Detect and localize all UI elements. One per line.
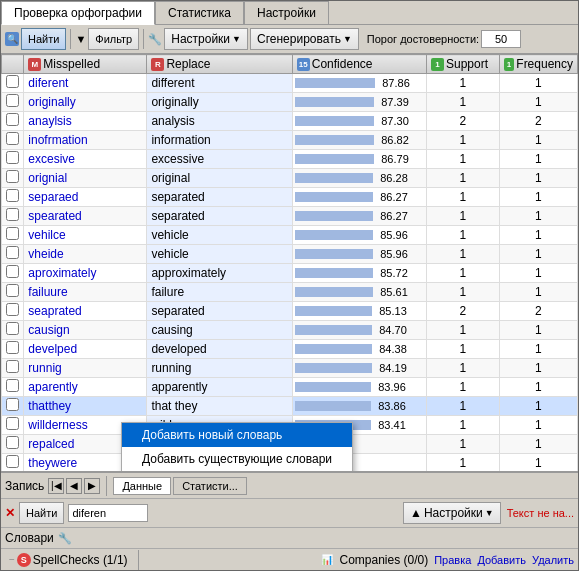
table-row[interactable]: anaylsis analysis 87.30 2 2: [2, 112, 578, 131]
row-checkbox-cell[interactable]: [2, 302, 24, 321]
row-checkbox-cell[interactable]: [2, 397, 24, 416]
row-checkbox[interactable]: [6, 265, 19, 278]
row-checkbox[interactable]: [6, 436, 19, 449]
row-checkbox[interactable]: [6, 75, 19, 88]
row-checkbox-cell[interactable]: [2, 340, 24, 359]
row-checkbox[interactable]: [6, 284, 19, 297]
row-checkbox[interactable]: [6, 227, 19, 240]
table-row[interactable]: spearated separated 86.27 1 1: [2, 207, 578, 226]
row-checkbox-cell[interactable]: [2, 454, 24, 473]
support-cell: 2: [426, 112, 499, 131]
frequency-cell: 2: [499, 302, 577, 321]
delete-link[interactable]: Удалить: [532, 554, 574, 566]
generate-button[interactable]: Сгенерировать ▼: [250, 28, 359, 50]
table-container[interactable]: M Misspelled R Replace 15 Confiden: [1, 54, 578, 472]
record-next-button[interactable]: ▶: [84, 478, 100, 494]
table-row[interactable]: inofrmation information 86.82 1 1: [2, 131, 578, 150]
row-checkbox[interactable]: [6, 322, 19, 335]
frequency-cell: 1: [499, 131, 577, 150]
row-checkbox-cell[interactable]: [2, 378, 24, 397]
row-checkbox-cell[interactable]: [2, 188, 24, 207]
row-checkbox[interactable]: [6, 113, 19, 126]
filter-button[interactable]: Фильтр: [88, 28, 139, 50]
row-checkbox-cell[interactable]: [2, 245, 24, 264]
confidence-cell: 86.27: [292, 207, 426, 226]
table-row[interactable]: originally originally 87.39 1 1: [2, 93, 578, 112]
settings-button[interactable]: Настройки ▼: [164, 28, 248, 50]
row-checkbox-cell[interactable]: [2, 169, 24, 188]
table-row[interactable]: vheide vehicle 85.96 1 1: [2, 245, 578, 264]
record-first-button[interactable]: |◀: [48, 478, 64, 494]
row-checkbox[interactable]: [6, 151, 19, 164]
menu-item[interactable]: Добавить существующие словари: [122, 447, 352, 471]
row-checkbox-cell[interactable]: [2, 416, 24, 435]
text-not-found-link[interactable]: Текст не на...: [507, 507, 574, 519]
row-checkbox-cell[interactable]: [2, 359, 24, 378]
table-row[interactable]: seaprated separated 85.13 2 2: [2, 302, 578, 321]
row-checkbox[interactable]: [6, 379, 19, 392]
data-tab[interactable]: Данные: [113, 477, 171, 495]
find-bar-right: ▲ Настройки ▼ Текст не на...: [403, 502, 574, 524]
table-row[interactable]: causign causing 84.70 1 1: [2, 321, 578, 340]
row-checkbox-cell[interactable]: [2, 207, 24, 226]
table-row[interactable]: vehilce vehicle 85.96 1 1: [2, 226, 578, 245]
row-checkbox[interactable]: [6, 170, 19, 183]
threshold-input[interactable]: [481, 30, 521, 48]
frequency-cell: 1: [499, 188, 577, 207]
confidence-cell: 86.28: [292, 169, 426, 188]
row-checkbox[interactable]: [6, 341, 19, 354]
tab-stats[interactable]: Статистика: [155, 1, 244, 24]
table-row[interactable]: excesive excessive 86.79 1 1: [2, 150, 578, 169]
misspelled-cell: originally: [24, 93, 147, 112]
edit-link[interactable]: Правка: [434, 554, 471, 566]
row-checkbox[interactable]: [6, 132, 19, 145]
row-checkbox[interactable]: [6, 94, 19, 107]
stats-tab[interactable]: Статисти...: [173, 477, 247, 495]
table-row[interactable]: aparently apparently 83.96 1 1: [2, 378, 578, 397]
row-checkbox-cell[interactable]: [2, 74, 24, 93]
support-cell: 2: [426, 302, 499, 321]
row-checkbox[interactable]: [6, 398, 19, 411]
misspelled-cell: develped: [24, 340, 147, 359]
table-row[interactable]: aproximately approximately 85.72 1 1: [2, 264, 578, 283]
menu-item[interactable]: Добавить новый словарь: [122, 423, 352, 447]
add-link[interactable]: Добавить: [477, 554, 526, 566]
find-bar-input[interactable]: [68, 504, 148, 522]
table-row[interactable]: runnig running 84.19 1 1: [2, 359, 578, 378]
filter-icon: ▼: [75, 33, 86, 45]
row-checkbox-cell[interactable]: [2, 264, 24, 283]
frequency-cell: 1: [499, 397, 577, 416]
row-checkbox[interactable]: [6, 189, 19, 202]
frequency-cell: 1: [499, 245, 577, 264]
row-checkbox-cell[interactable]: [2, 283, 24, 302]
find-bar-find-button[interactable]: Найти: [19, 502, 64, 524]
table-row[interactable]: diferent different 87.86 1 1: [2, 74, 578, 93]
row-checkbox[interactable]: [6, 455, 19, 468]
row-checkbox-cell[interactable]: [2, 226, 24, 245]
row-checkbox[interactable]: [6, 417, 19, 430]
tree-item[interactable]: − S SpellChecks (1/1): [5, 551, 132, 569]
row-checkbox-cell[interactable]: [2, 150, 24, 169]
table-row[interactable]: develped developed 84.38 1 1: [2, 340, 578, 359]
table-row[interactable]: orignial original 86.28 1 1: [2, 169, 578, 188]
record-prev-button[interactable]: ◀: [66, 478, 82, 494]
confidence-cell: 87.39: [292, 93, 426, 112]
table-row[interactable]: thatthey that they 83.86 1 1: [2, 397, 578, 416]
row-checkbox-cell[interactable]: [2, 93, 24, 112]
tree-collapse-icon[interactable]: −: [9, 554, 15, 565]
table-row[interactable]: separaed separated 86.27 1 1: [2, 188, 578, 207]
row-checkbox[interactable]: [6, 360, 19, 373]
table-row[interactable]: failuure failure 85.61 1 1: [2, 283, 578, 302]
row-checkbox-cell[interactable]: [2, 435, 24, 454]
replace-cell: causing: [147, 321, 292, 340]
row-checkbox-cell[interactable]: [2, 321, 24, 340]
find-button[interactable]: Найти: [21, 28, 66, 50]
row-checkbox-cell[interactable]: [2, 112, 24, 131]
tab-settings[interactable]: Настройки: [244, 1, 329, 24]
row-checkbox[interactable]: [6, 303, 19, 316]
tab-spell[interactable]: Проверка орфографии: [1, 1, 155, 25]
find-settings-button[interactable]: ▲ Настройки ▼: [403, 502, 501, 524]
row-checkbox[interactable]: [6, 208, 19, 221]
row-checkbox[interactable]: [6, 246, 19, 259]
row-checkbox-cell[interactable]: [2, 131, 24, 150]
